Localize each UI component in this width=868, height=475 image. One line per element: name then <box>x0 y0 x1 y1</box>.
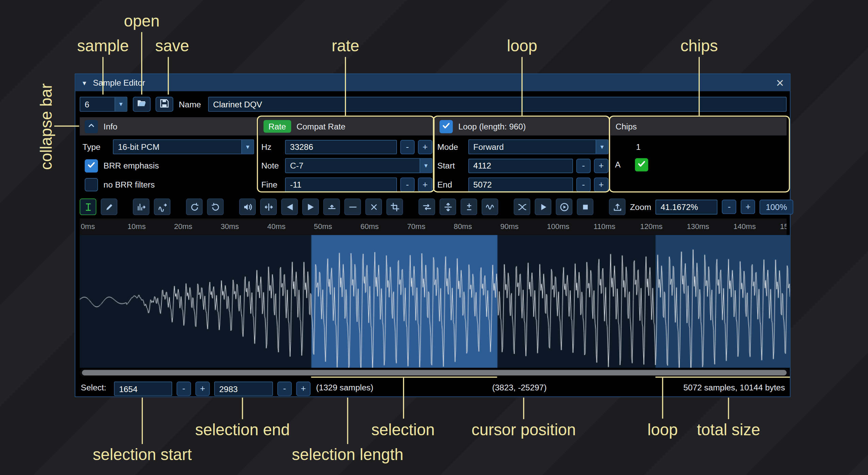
timeline-tick: 20ms <box>174 222 193 230</box>
sample-selector[interactable]: 6 ▼ <box>80 97 127 112</box>
timeline-tick: 90ms <box>500 222 519 230</box>
fine-row: Fine - + <box>258 177 433 192</box>
normalize-icon <box>264 202 273 212</box>
normalize-button[interactable] <box>260 198 277 215</box>
chevron-down-icon[interactable]: ▼ <box>420 159 432 173</box>
collapse-window-icon[interactable]: ▼ <box>81 80 87 86</box>
chip-enabled-checkbox[interactable] <box>635 158 648 171</box>
selection-start-increase-button[interactable]: + <box>196 382 210 396</box>
selection-end-decrease-button[interactable]: - <box>277 382 291 396</box>
close-icon[interactable]: × <box>776 76 784 89</box>
sample-selector-value: 6 <box>80 97 115 111</box>
zoom-in-button[interactable]: + <box>741 200 755 214</box>
sample-name-input[interactable] <box>208 97 787 112</box>
chevron-down-icon[interactable]: ▼ <box>596 140 608 154</box>
crossfade-loop-points-button[interactable] <box>514 198 530 215</box>
insert-silence-button[interactable] <box>323 198 340 215</box>
resize-button[interactable] <box>133 198 150 215</box>
loop-end-input[interactable] <box>468 177 573 192</box>
select-mode-button[interactable] <box>80 198 96 215</box>
hz-decrease-button[interactable]: - <box>400 140 415 154</box>
play-circle-icon <box>560 202 569 212</box>
scrollbar-thumb[interactable] <box>82 370 787 375</box>
loop-mode-dropdown[interactable]: Forward ▼ <box>468 139 608 154</box>
loop-start-decrease-button[interactable]: - <box>576 158 590 173</box>
reverse-button[interactable] <box>418 198 435 215</box>
timeline-tick: 60ms <box>361 222 379 230</box>
note-label: Note <box>261 161 282 171</box>
filter-squiggle-icon <box>485 202 495 212</box>
upload-to-chip-button[interactable] <box>609 198 625 215</box>
selection-end-input[interactable] <box>214 382 273 396</box>
annotation-selection: selection <box>371 421 435 439</box>
type-dropdown[interactable]: 16-bit PCM ▼ <box>113 139 254 154</box>
selection-start-input[interactable] <box>114 382 172 396</box>
timeline-tick: 10ms <box>128 222 146 230</box>
loop-end-decrease-button[interactable]: - <box>576 177 590 192</box>
loop-start-input[interactable] <box>468 158 573 173</box>
apply-silence-button[interactable] <box>344 198 361 215</box>
loop-header-label: Loop (length: 960) <box>458 122 526 131</box>
fine-increase-button[interactable]: + <box>418 177 432 192</box>
waveform-scrollbar[interactable] <box>80 369 790 377</box>
loop-enable-checkbox[interactable] <box>439 120 453 133</box>
chips-section: Chips 1 A <box>611 117 787 192</box>
annotation-selection-start: selection start <box>93 446 192 464</box>
annotation-cursor-position: cursor position <box>471 421 576 439</box>
invert-button[interactable] <box>439 198 456 215</box>
preview-from-position-button[interactable] <box>556 198 572 215</box>
info-header[interactable]: Info <box>80 117 258 136</box>
filter-button[interactable] <box>482 198 498 215</box>
loop-end-increase-button[interactable]: + <box>594 177 608 192</box>
stop-preview-button[interactable] <box>577 198 594 215</box>
chevron-down-icon[interactable]: ▼ <box>241 140 254 154</box>
waveform-view[interactable] <box>80 235 790 368</box>
amplify-button[interactable] <box>239 198 256 215</box>
note-dropdown[interactable]: C-7 ▼ <box>285 158 432 173</box>
sign-invert-button[interactable] <box>461 198 477 215</box>
annotation-total-size: total size <box>697 421 760 439</box>
folder-open-icon <box>137 99 147 110</box>
zoom-input[interactable] <box>656 199 718 214</box>
apply-silence-icon <box>348 202 357 212</box>
delete-button[interactable] <box>365 198 382 215</box>
open-sample-button[interactable] <box>133 97 151 112</box>
chip-index: 1 <box>636 142 641 152</box>
no-brr-filters-checkbox[interactable] <box>85 178 98 191</box>
annotation-save: save <box>155 37 189 55</box>
titlebar[interactable]: ▼ Sample Editor × <box>75 74 790 91</box>
rate-badge[interactable]: Rate <box>264 120 291 133</box>
zoom-reset-button[interactable]: 100% <box>760 199 793 214</box>
note-value: C-7 <box>286 159 420 173</box>
collapse-section-button[interactable] <box>85 120 98 133</box>
hz-row: Hz - + <box>258 139 433 154</box>
trim-icon <box>390 202 400 212</box>
hz-input[interactable] <box>285 140 397 154</box>
selection-start-decrease-button[interactable]: - <box>177 382 191 396</box>
screenshot-stage: ▼ Sample Editor × 6 ▼ Name Info Typ <box>0 0 868 475</box>
redo-button[interactable] <box>207 198 224 215</box>
fade-in-button[interactable] <box>281 198 298 215</box>
pencil-icon <box>104 202 114 212</box>
fine-decrease-button[interactable]: - <box>400 177 415 192</box>
hz-increase-button[interactable]: + <box>418 140 432 154</box>
chevron-down-icon[interactable]: ▼ <box>115 97 127 111</box>
undo-button[interactable] <box>186 198 203 215</box>
type-value: 16-bit PCM <box>114 140 241 154</box>
fade-out-button[interactable] <box>302 198 319 215</box>
preview-sample-button[interactable] <box>535 198 551 215</box>
timeline-tick: 50ms <box>314 222 332 230</box>
selection-end-increase-button[interactable]: + <box>296 382 311 396</box>
fine-input[interactable] <box>285 177 397 192</box>
loop-start-increase-button[interactable]: + <box>594 158 608 173</box>
loop-mode-label: Mode <box>437 142 465 152</box>
save-sample-button[interactable] <box>155 97 173 112</box>
timeline-tick: 120ms <box>640 222 663 230</box>
brr-emphasis-checkbox[interactable] <box>85 159 98 172</box>
resample-button[interactable] <box>154 198 170 215</box>
trim-button[interactable] <box>386 198 403 215</box>
annotation-loop-bottom: loop <box>648 421 678 439</box>
waveform-canvas[interactable] <box>80 235 790 368</box>
zoom-out-button[interactable]: - <box>722 200 736 214</box>
draw-mode-button[interactable] <box>101 198 117 215</box>
